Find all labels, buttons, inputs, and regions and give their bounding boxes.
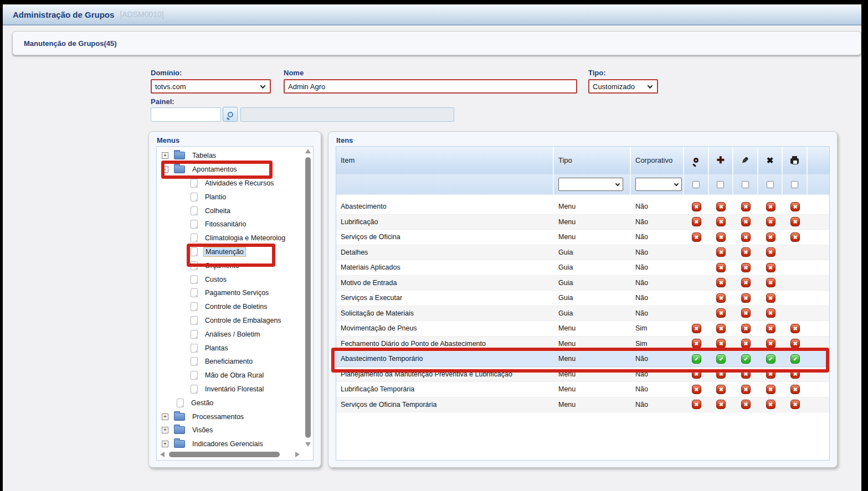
tree-item-label[interactable]: Orçamento [205,262,239,270]
tree-item-label[interactable]: Gestão [191,399,213,407]
tree-item-indicadores-gerenciais[interactable]: +Indicadores Gerenciais [157,437,304,448]
granted-icon[interactable]: ✔ [716,354,726,364]
filter-checkbox-add[interactable] [717,181,724,188]
denied-icon[interactable]: ✖ [692,339,701,348]
tree-item-label[interactable]: Fitossanitário [205,220,246,228]
tree-item-inventa-rio-florestal[interactable]: Inventário Florestal [157,383,304,396]
denied-icon[interactable]: ✖ [741,385,751,394]
tree-item-manutenc-a-o[interactable]: Manutenção [157,245,304,259]
table-row-solicitac-a-o-de-materiais[interactable]: Solicitação de MateriaisGuiaNão✖✖✖ [336,306,829,322]
denied-icon[interactable]: ✖ [741,278,751,287]
filter-checkbox-delete[interactable] [767,181,774,188]
tree-item-gesta-o[interactable]: Gestão [157,396,304,410]
denied-icon[interactable]: ✖ [716,324,726,333]
tree-item-climatologia-e-meteorolog[interactable]: Climatologia e Meteorolog [157,231,304,245]
tree-item-ana-lises-boletim[interactable]: Análises / Boletim [157,327,304,341]
tree-item-label[interactable]: Indicadores Gerenciais [192,440,263,448]
tree-vertical-scrollbar[interactable] [305,149,312,447]
dominio-select[interactable]: totvs.com [151,79,271,94]
table-row-fechamento-dia-rio-do-ponto-de-abastecimento[interactable]: Fechamento Diário do Ponto de Abastecime… [336,337,829,352]
denied-icon[interactable]: ✖ [766,324,775,333]
tree-item-label[interactable]: Mão de Obra Rural [205,371,264,379]
denied-icon[interactable]: ✖ [790,339,800,348]
table-row-lubrificac-a-o[interactable]: LubrificaçãoMenuNão✖✖✖✖✖ [336,215,829,230]
denied-icon[interactable]: ✖ [716,202,726,211]
table-row-abastecimento-tempora-rio[interactable]: Abastecimento TemporárioMenuNão✔✔✔✔✔ [336,352,829,367]
tree-item-orc-amento[interactable]: Orçamento [157,259,304,272]
denied-icon[interactable]: ✖ [716,385,726,394]
tree-item-controle-de-embalagens[interactable]: Controle de Embalagens [157,314,304,328]
granted-icon[interactable]: ✔ [692,354,701,364]
tree-item-processamentos[interactable]: +Processamentos [157,410,304,423]
table-row-motivo-de-entrada[interactable]: Motivo de EntradaGuiaNão✖✖✖ [336,276,829,291]
tree-item-apontamentos[interactable]: -Apontamentos [157,163,304,177]
denied-icon[interactable]: ✖ [766,400,775,409]
table-row-movimentac-a-o-de-pneus[interactable]: Movimentação de PneusMenuSim✖✖✖✖✖ [336,321,829,337]
table-row-detalhes[interactable]: DetalhesGuiaNão✖✖✖ [336,245,829,261]
table-row-servic-os-de-oficina-tempora-ria[interactable]: Serviços de Oficina TemporáriaMenuNão✖✖✖… [336,397,829,413]
table-row-abastecimento[interactable]: AbastecimentoMenuNão✖✖✖✖✖ [336,199,829,215]
tree-item-ma-o-de-obra-rural[interactable]: Mão de Obra Rural [157,369,304,383]
tree-item-beneficiamento[interactable]: Beneficiamento [157,355,304,369]
tree-item-tabelas[interactable]: +Tabelas [157,149,304,163]
denied-icon[interactable]: ✖ [716,217,726,226]
denied-icon[interactable]: ✖ [716,278,726,287]
column-header-print[interactable] [783,147,808,174]
tree-item-colheita[interactable]: Colheita [157,204,304,218]
denied-icon[interactable]: ✖ [766,217,775,226]
denied-icon[interactable]: ✖ [692,369,701,379]
denied-icon[interactable]: ✖ [716,400,726,409]
tree-item-label[interactable]: Processamentos [192,413,244,421]
denied-icon[interactable]: ✖ [741,339,751,348]
denied-icon[interactable]: ✖ [741,217,751,226]
tree-item-label[interactable]: Controle de Boletins [205,303,268,311]
denied-icon[interactable]: ✖ [766,263,775,272]
denied-icon[interactable]: ✖ [716,339,726,348]
filter-checkbox-search[interactable] [692,181,700,188]
tree-item-label[interactable]: Apontamentos [192,166,237,173]
denied-icon[interactable]: ✖ [716,263,726,272]
denied-icon[interactable]: ✖ [766,278,775,287]
denied-icon[interactable]: ✖ [790,202,800,211]
denied-icon[interactable]: ✖ [692,217,701,226]
filter-tipo-select[interactable] [558,178,623,191]
vertical-scroll-thumb[interactable] [305,157,311,438]
column-header-search[interactable] [684,147,709,174]
horizontal-scroll-thumb[interactable] [169,452,280,457]
nome-input[interactable]: Admin Agro [284,79,577,94]
denied-icon[interactable]: ✖ [766,308,775,318]
tree-item-label[interactable]: Climatologia e Meteorolog [205,234,285,242]
granted-icon[interactable]: ✔ [741,354,751,364]
tree-item-label[interactable]: Beneficiamento [205,358,253,365]
denied-icon[interactable]: ✖ [741,202,751,211]
denied-icon[interactable]: ✖ [716,369,726,379]
denied-icon[interactable]: ✖ [741,324,751,333]
tree-item-label[interactable]: Atividades e Recursos [205,179,274,187]
denied-icon[interactable]: ✖ [741,293,751,303]
denied-icon[interactable]: ✖ [766,232,775,242]
denied-icon[interactable]: ✖ [741,308,751,318]
denied-icon[interactable]: ✖ [692,385,701,394]
tree-horizontal-scrollbar[interactable] [159,451,301,458]
tree-item-label[interactable]: Controle de Embalagens [205,317,281,324]
denied-icon[interactable]: ✖ [716,247,726,257]
scroll-down-icon[interactable] [305,442,311,447]
denied-icon[interactable]: ✖ [790,232,800,242]
tree-item-label[interactable]: Custos [205,276,227,283]
denied-icon[interactable]: ✖ [741,263,751,272]
table-row-planejamento-da-manutenc-a-o-preventiva-e-lubrificac-a-o[interactable]: Planejamento da Manutenção Preventiva e … [336,367,829,383]
denied-icon[interactable]: ✖ [692,202,701,211]
denied-icon[interactable]: ✖ [692,232,701,242]
granted-icon[interactable]: ✔ [766,354,775,364]
tree-item-atividades-e-recursos[interactable]: Atividades e Recursos [157,177,304,190]
tree-item-viso-es[interactable]: +Visões [157,423,304,437]
tree-item-label[interactable]: Visões [192,426,213,434]
denied-icon[interactable]: ✖ [741,247,751,257]
filter-checkbox-edit[interactable] [742,181,749,188]
column-header-edit[interactable]: ✎ [733,147,758,174]
expand-icon[interactable]: + [162,427,168,433]
denied-icon[interactable]: ✖ [766,202,775,211]
denied-icon[interactable]: ✖ [790,217,800,226]
expand-icon[interactable]: + [162,441,168,447]
column-header-corporativo[interactable]: Corporativo [631,147,684,174]
